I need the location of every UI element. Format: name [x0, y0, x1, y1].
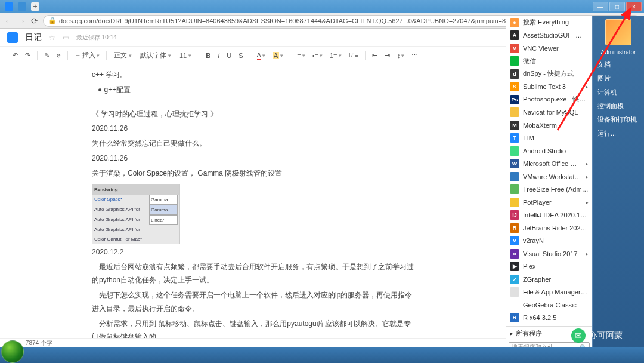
start-app-item[interactable]: ZZGrapher [506, 273, 592, 286]
start-app-item[interactable]: TTIM [506, 132, 592, 145]
status-bar: ≡ ↕ 7874 个字 [0, 338, 506, 347]
checklist-button[interactable]: ☑≡ [346, 50, 361, 61]
start-app-item[interactable]: WMicrosoft Office Word 2007▸ [506, 158, 592, 171]
line-height-button[interactable]: ↕▾ [394, 50, 408, 61]
start-app-item[interactable]: PotPlayer▸ [506, 196, 592, 209]
start-app-item[interactable]: File & App Manager for iPhone-iPad [506, 286, 592, 299]
doc-text[interactable]: c++ 学习。 [92, 68, 414, 82]
font-size-select[interactable]: 11▾ [176, 51, 195, 60]
doc-date[interactable]: 2020.12.2 [92, 245, 414, 259]
window-minimize-button[interactable]: — [593, 2, 608, 11]
number-list-button[interactable]: 1≡▾ [327, 50, 345, 61]
font-color-button[interactable]: A▾ [254, 50, 268, 61]
start-app-item[interactable]: 微信 [506, 55, 592, 68]
star-icon[interactable]: ☆ [49, 33, 55, 42]
clear-format-button[interactable]: ⌀ [54, 50, 64, 61]
start-app-item[interactable]: ddnSpy - 快捷方式 [506, 67, 592, 81]
start-app-item[interactable]: RR x64 3.2.5 [506, 312, 592, 325]
app-icon [510, 146, 519, 156]
start-app-item[interactable]: IJIntelliJ IDEA 2020.1.4 x64 [506, 209, 592, 222]
user-name-label[interactable]: Administrator [593, 47, 644, 58]
start-app-item[interactable]: ◌GeoGebra Classic [506, 299, 592, 312]
highlight-button[interactable]: A▾ [270, 50, 286, 61]
app-icon [510, 287, 519, 297]
user-avatar[interactable] [605, 19, 631, 45]
doc-date[interactable]: 2020.11.26 [92, 122, 414, 136]
paragraph-style-select[interactable]: 正文▾ [110, 50, 135, 61]
doc-text[interactable]: 为什么经常突然忘记自己要做什么。 [92, 137, 414, 150]
app-icon [510, 198, 519, 207]
align-button[interactable]: ≡▾ [294, 50, 308, 61]
start-app-item[interactable]: ∞Visual Studio 2017▸ [506, 247, 592, 260]
bullet-list-button[interactable]: •≡▾ [309, 50, 326, 61]
doc-text[interactable]: 《 学习时的心理过程，心理抗拒学习 》 [92, 107, 414, 121]
undo-button[interactable]: ↶ [10, 50, 21, 61]
font-family-select[interactable]: 默认字体▾ [137, 50, 175, 61]
taskbar[interactable] [0, 347, 644, 363]
app-icon: d [510, 69, 519, 79]
tab-favicon[interactable] [5, 2, 13, 11]
app-icon [510, 56, 519, 66]
submenu-arrow-icon: ▸ [586, 161, 589, 167]
window-close-button[interactable]: × [626, 2, 642, 11]
user-panel-link[interactable]: 设备和打印机 [593, 113, 644, 127]
new-tab-button[interactable]: + [31, 2, 39, 11]
app-label: Navicat for MySQL [523, 109, 578, 116]
start-app-item[interactable]: Navicat for MySQL [506, 106, 592, 119]
doc-date[interactable]: 2020.11.26 [92, 152, 414, 165]
app-label: 微信 [523, 57, 536, 66]
start-app-item[interactable]: MMobaXterm [506, 119, 592, 132]
back-button[interactable]: ← [4, 16, 13, 26]
bold-button[interactable]: B [203, 50, 213, 61]
window-maximize-button[interactable]: □ [609, 2, 625, 11]
app-icon: V [510, 236, 519, 245]
browser-tab-strip: + — □ × [0, 0, 644, 13]
app-label: IntelliJ IDEA 2020.1.4 x64 [523, 211, 589, 219]
start-app-item[interactable]: PsPhotoshop.exe - 快捷方式 [506, 93, 592, 106]
document-canvas[interactable]: c++ 学习。 ● g++配置 《 学习时的心理过程，心理抗拒学习 》 2020… [0, 64, 506, 339]
submenu-arrow-icon: ▸ [586, 84, 589, 90]
start-app-item[interactable]: ●搜索 Everything [506, 16, 592, 29]
app-icon: R [510, 223, 519, 233]
insert-button[interactable]: ＋ 插入▾ [72, 49, 103, 61]
start-button[interactable] [1, 340, 24, 363]
start-app-item[interactable]: SSublime Text 3▸ [506, 81, 592, 94]
user-panel-link[interactable]: 文档 [593, 58, 644, 72]
indent-decrease-button[interactable]: ⇤ [369, 50, 380, 61]
reload-button[interactable]: ⟳ [30, 16, 39, 26]
doc-text[interactable]: 最近后台网站崩溃有点频繁，都需要手动去后台用软件开启服务，有点繁琐。于是想到了之… [92, 260, 414, 288]
italic-button[interactable]: I [215, 50, 222, 61]
tab-favicon[interactable] [18, 2, 26, 11]
user-panel-link[interactable]: 控制面板 [593, 99, 644, 113]
start-app-item[interactable]: Vv2rayN [506, 235, 592, 248]
doc-text[interactable]: 关于渲染，Color Space的设置， Gamma 阴极射线管的设置 [92, 167, 414, 180]
format-painter-button[interactable]: ✎ [41, 50, 52, 61]
start-menu: ●搜索 EverythingAAssetStudioGUI - 快捷方式VVNC… [506, 16, 644, 363]
start-app-item[interactable]: Android Studio [506, 144, 592, 158]
redo-button[interactable]: ↷ [22, 50, 33, 61]
folder-icon[interactable]: ▭ [63, 33, 69, 42]
doc-bullet[interactable]: ● g++配置 [92, 83, 414, 97]
app-label: PotPlayer [523, 199, 552, 206]
doc-text[interactable]: 分析需求，只用到 鼠标移动、鼠标点击、键盘输入，那么用pyautogui库应该都… [92, 317, 414, 339]
user-panel-link[interactable]: 图片 [593, 72, 644, 85]
forward-button[interactable]: → [17, 16, 26, 26]
underline-button[interactable]: U [224, 50, 234, 61]
more-button[interactable]: ⋯ [408, 50, 421, 61]
start-app-item[interactable]: RJetBrains Rider 2020.1.4 [506, 222, 592, 235]
start-app-item[interactable]: VVNC Viewer [506, 42, 592, 55]
doc-text[interactable]: 先想下怎么实现，这个任务需要开启一个电脑上一个软件，然后进入对应的ip的服务器，… [92, 288, 414, 316]
start-menu-apps-column: ●搜索 EverythingAAssetStudioGUI - 快捷方式VVNC… [506, 16, 593, 363]
user-panel-link[interactable]: 运行... [593, 127, 644, 140]
start-app-item[interactable]: AAssetStudioGUI - 快捷方式 [506, 29, 592, 42]
start-app-item[interactable]: ▶Plex [506, 260, 592, 273]
user-panel-link[interactable]: 计算机 [593, 85, 644, 99]
app-label: R x64 3.2.5 [523, 314, 556, 321]
app-icon [510, 172, 519, 182]
start-app-item[interactable]: VMware Workstation▸ [506, 170, 592, 183]
start-app-item[interactable]: TreeSize Free (Administrator) [506, 183, 592, 196]
document-title[interactable]: 日记 [25, 32, 42, 43]
docs-logo-icon[interactable] [7, 32, 18, 43]
strike-button[interactable]: S [236, 50, 246, 61]
indent-increase-button[interactable]: ⇥ [382, 50, 393, 61]
